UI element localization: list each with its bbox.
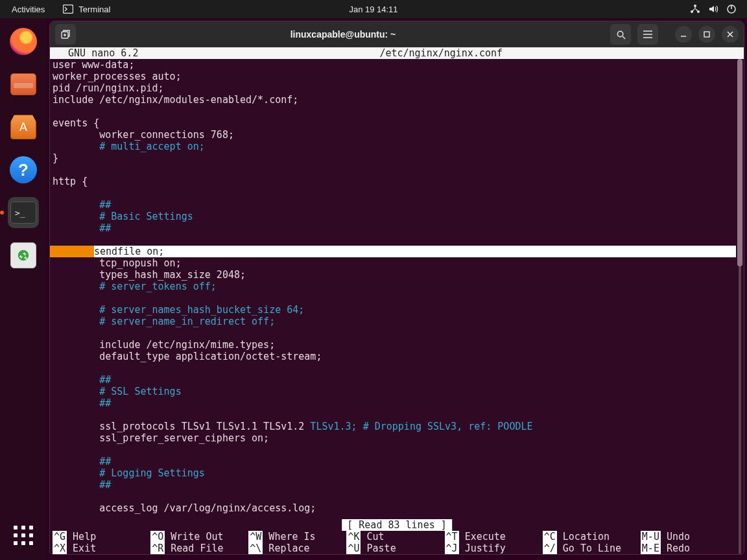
code-line — [50, 292, 736, 304]
nano-shortcut: ^X Exit — [50, 542, 148, 554]
files-icon — [10, 73, 36, 95]
nano-shortcut: ^C Location — [540, 531, 638, 542]
window-titlebar: linuxcapable@ubuntu: ~ — [50, 21, 744, 47]
nano-shortcut: ^J Justify — [442, 542, 540, 554]
code-line — [50, 234, 736, 246]
code-line — [50, 106, 736, 117]
shopping-bag-icon: A — [10, 115, 36, 139]
dock-help[interactable]: ? — [8, 154, 39, 185]
nano-shortcut: ^G Help — [50, 531, 148, 542]
help-icon: ? — [10, 156, 37, 183]
maximize-button[interactable] — [698, 26, 715, 43]
dock-files[interactable] — [8, 69, 39, 100]
code-line: sendfile on; — [50, 246, 736, 257]
nano-shortcut: ^K Cut — [344, 531, 442, 542]
code-line: } — [50, 152, 736, 164]
minimize-button[interactable] — [675, 26, 692, 43]
nano-shortcut: ^\ Replace — [246, 542, 344, 554]
current-app-label: Terminal — [78, 5, 110, 14]
code-line: # Basic Settings — [50, 211, 736, 222]
clock[interactable]: Jan 19 14:11 — [349, 5, 397, 14]
code-line: access_log /var/log/nginx/access.log; — [50, 502, 736, 514]
nano-shortcut: ^T Execute — [442, 531, 540, 542]
code-line — [50, 362, 736, 374]
new-tab-button[interactable] — [55, 24, 76, 45]
network-icon[interactable] — [690, 4, 700, 14]
nano-title-bar: GNU nano 6.2 /etc/nginx/nginx.conf — [50, 47, 744, 59]
search-button[interactable] — [610, 24, 631, 45]
code-line: worker_connections 768; — [50, 129, 736, 141]
terminal-scrollbar[interactable] — [736, 59, 744, 554]
dock-firefox[interactable] — [8, 26, 39, 57]
code-line: ## — [50, 397, 736, 409]
code-line: include /etc/nginx/modules-enabled/*.con… — [50, 94, 736, 106]
nano-shortcut: ^/ Go To Line — [540, 542, 638, 554]
svg-rect-15 — [704, 32, 709, 37]
code-line: # server_name_in_redirect off; — [50, 316, 736, 327]
terminal-app-icon: >_ — [10, 202, 36, 224]
terminal-window: linuxcapable@ubuntu: ~ GNU nano 6.2 /etc… — [49, 21, 744, 555]
nano-version: GNU nano 6.2 — [50, 47, 138, 59]
dock-software[interactable]: A — [8, 111, 39, 143]
trash-icon — [10, 242, 36, 268]
code-line: include /etc/nginx/mime.types; — [50, 339, 736, 351]
nano-status-message: [ Read 83 lines ] — [342, 519, 452, 531]
code-line: default_type application/octet-stream; — [50, 351, 736, 362]
ubuntu-dock: A ? >_ — [0, 18, 47, 560]
svg-rect-0 — [64, 5, 73, 14]
current-app-menu[interactable]: Terminal — [63, 4, 110, 14]
svg-line-10 — [622, 36, 625, 39]
code-line: ## — [50, 199, 736, 211]
code-line — [50, 491, 736, 502]
code-line — [50, 327, 736, 339]
code-line: ssl_protocols TLSv1 TLSv1.1 TLSv1.2 TLSv… — [50, 421, 736, 432]
nano-shortcut: ^W Where Is — [246, 531, 344, 542]
code-line: ## — [50, 456, 736, 467]
svg-point-1 — [694, 5, 696, 7]
code-line: ## — [50, 374, 736, 386]
nano-editor-content[interactable]: user www-data;worker_processes auto;pid … — [50, 59, 736, 519]
code-line: ssl_prefer_server_ciphers on; — [50, 432, 736, 444]
code-line: # server_tokens off; — [50, 281, 736, 292]
dock-terminal[interactable]: >_ — [8, 197, 39, 228]
dock-trash[interactable] — [8, 240, 39, 271]
terminal-icon — [63, 4, 73, 14]
code-line: # Logging Settings — [50, 467, 736, 479]
code-line: user www-data; — [50, 59, 736, 71]
nano-shortcut: M-U Undo — [638, 531, 736, 542]
activities-button[interactable]: Activities — [12, 5, 45, 14]
firefox-icon — [10, 28, 37, 55]
terminal-body[interactable]: GNU nano 6.2 /etc/nginx/nginx.conf user … — [50, 47, 744, 554]
code-line — [50, 409, 736, 421]
close-button[interactable] — [722, 26, 739, 43]
nano-shortcut: ^O Write Out — [148, 531, 246, 542]
hamburger-menu-button[interactable] — [637, 24, 658, 45]
code-line — [50, 187, 736, 199]
nano-shortcut: M-E Redo — [638, 542, 736, 554]
show-applications-button[interactable] — [10, 522, 36, 548]
code-line: worker_processes auto; — [50, 71, 736, 82]
nano-filename: /etc/nginx/nginx.conf — [138, 47, 744, 59]
code-line: ## — [50, 222, 736, 234]
nano-shortcut: ^U Paste — [344, 542, 442, 554]
code-line — [50, 444, 736, 456]
code-line: http { — [50, 176, 736, 187]
code-line: events { — [50, 117, 736, 129]
code-line: # SSL Settings — [50, 386, 736, 397]
svg-point-9 — [617, 31, 622, 36]
code-line: tcp_nopush on; — [50, 257, 736, 269]
code-line: types_hash_max_size 2048; — [50, 269, 736, 281]
code-line: ## — [50, 479, 736, 491]
window-title: linuxcapable@ubuntu: ~ — [76, 29, 610, 40]
power-icon[interactable] — [726, 4, 737, 14]
code-line: # multi_accept on; — [50, 141, 736, 152]
code-line: # server_names_hash_bucket_size 64; — [50, 304, 736, 316]
volume-icon[interactable] — [708, 4, 718, 14]
nano-shortcut-bar: ^G Help^O Write Out^W Where Is^K Cut^T E… — [50, 531, 736, 554]
code-line — [50, 164, 736, 176]
gnome-top-bar: Activities Terminal Jan 19 14:11 — [0, 0, 747, 18]
code-line: pid /run/nginx.pid; — [50, 82, 736, 94]
nano-shortcut: ^R Read File — [148, 542, 246, 554]
